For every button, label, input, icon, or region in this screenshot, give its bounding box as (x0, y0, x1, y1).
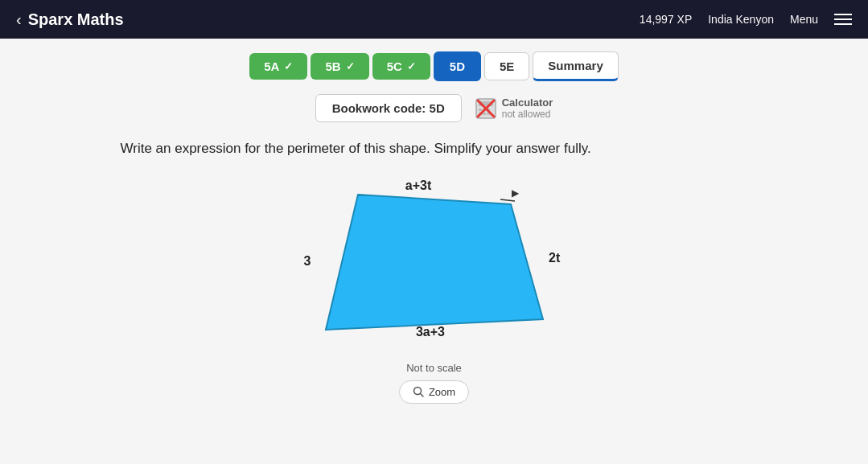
tab-5A[interactable]: 5A ✓ (249, 53, 307, 80)
top-bar-left: ‹ Sparx Maths (16, 10, 124, 29)
tab-row: 5A ✓ 5B ✓ 5C ✓ 5D 5E Summary (249, 51, 618, 81)
tab-5E[interactable]: 5E (484, 52, 529, 80)
zoom-label: Zoom (429, 386, 455, 398)
top-side-label: a+3t (405, 179, 431, 192)
tab-5A-label: 5A (264, 60, 279, 73)
tab-5B-check: ✓ (346, 60, 355, 72)
svg-rect-2 (479, 109, 482, 111)
question-text: Write an expression for the perimeter of… (121, 138, 748, 159)
not-to-scale: Not to scale (406, 362, 462, 374)
shape-container: a+3t ▶ 2t 3a+3 3 Not to scale Zoom (282, 179, 587, 404)
main-content: 5A ✓ 5B ✓ 5C ✓ 5D 5E Summary Bookwork co… (0, 39, 868, 464)
bookwork-badge: Bookwork code: 5D (315, 94, 462, 122)
trapezoid-shape: a+3t ▶ 2t 3a+3 3 (282, 179, 587, 355)
tab-summary[interactable]: Summary (533, 51, 618, 81)
xp-display: 14,997 XP (640, 13, 692, 26)
svg-marker-10 (326, 195, 543, 330)
tab-5E-label: 5E (500, 60, 514, 73)
tab-summary-label: Summary (548, 59, 603, 72)
bookwork-label: Bookwork code: 5D (332, 101, 445, 115)
top-bar: ‹ Sparx Maths 14,997 XP India Kenyon Men… (0, 0, 868, 39)
calculator-icon (475, 97, 497, 120)
tab-5D-label: 5D (450, 60, 465, 73)
menu-label: Menu (790, 13, 818, 26)
right-side-label: 2t (549, 251, 561, 265)
user-name: India Kenyon (708, 13, 774, 26)
top-bar-right: 14,997 XP India Kenyon Menu (640, 13, 852, 26)
calculator-sublabel: not allowed (502, 109, 553, 120)
calculator-label: Calculator (502, 96, 553, 109)
tab-5D[interactable]: 5D (434, 51, 481, 81)
tab-5B-label: 5B (325, 60, 340, 73)
back-arrow-icon[interactable]: ‹ (16, 10, 22, 29)
svg-text:▶: ▶ (512, 187, 520, 199)
zoom-icon (413, 386, 424, 397)
tab-5B[interactable]: 5B ✓ (311, 53, 368, 80)
tab-5C[interactable]: 5C ✓ (372, 53, 430, 80)
shape-svg: a+3t ▶ 2t 3a+3 3 (282, 179, 587, 355)
app-title: Sparx Maths (28, 10, 124, 29)
tab-5A-check: ✓ (284, 60, 293, 72)
svg-line-12 (500, 199, 515, 201)
bookwork-row: Bookwork code: 5D Calculator not allowed (315, 94, 553, 122)
menu-icon[interactable] (834, 14, 852, 25)
zoom-button[interactable]: Zoom (399, 380, 469, 404)
tab-5C-label: 5C (387, 60, 402, 73)
calculator-text: Calculator not allowed (502, 96, 553, 120)
calculator-info: Calculator not allowed (475, 96, 553, 120)
svg-line-14 (420, 394, 423, 397)
bottom-side-label: 3a+3 (415, 325, 444, 339)
tab-5C-check: ✓ (407, 60, 416, 72)
left-side-label: 3 (303, 254, 311, 268)
